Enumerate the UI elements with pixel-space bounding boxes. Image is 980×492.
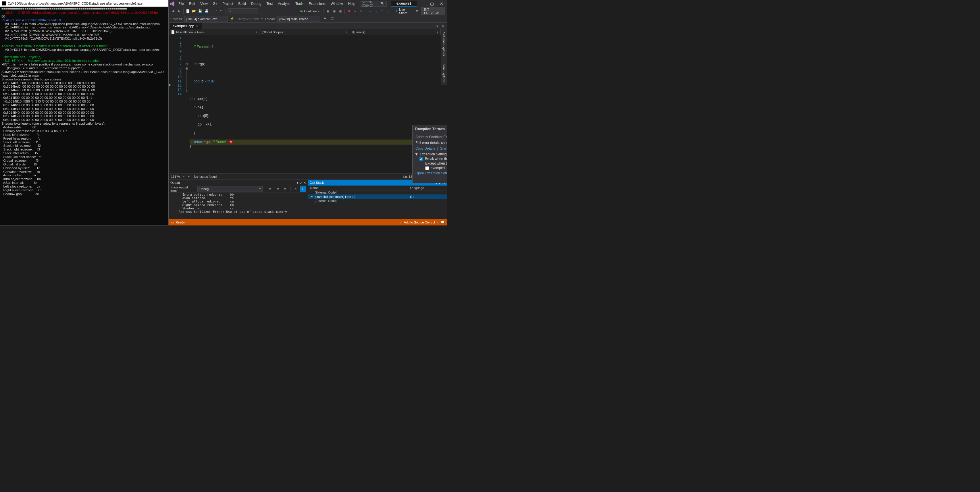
callstack-row[interactable]: [External Code] <box>308 199 447 203</box>
code-content[interactable]: ➤ // Example 1 int *gp; bool b = true; i… <box>188 35 447 173</box>
vs-logo-icon <box>170 1 174 6</box>
editor-tab-example1[interactable]: example1.cpp ✕ <box>170 23 202 29</box>
open-exception-settings-link[interactable]: Open Exception Settings <box>415 171 447 175</box>
solution-tab[interactable]: example1 <box>391 1 417 7</box>
nav-fwd-icon[interactable]: ▶ <box>177 8 182 14</box>
panel-pin-icon[interactable]: ⤢ <box>300 181 302 185</box>
maximize-button[interactable]: ▢ <box>428 1 436 7</box>
callstack-columns: Name Language <box>308 186 447 190</box>
save-all-icon[interactable]: 💾 <box>204 8 209 14</box>
notification-icon[interactable]: 💬 <box>441 221 445 224</box>
menu-window[interactable]: Window <box>328 2 345 6</box>
callstack-row-current[interactable]: ➤example1.exe!main() Line 12C++ <box>308 194 447 199</box>
menu-edit[interactable]: Edit <box>187 2 197 6</box>
expand-icon[interactable]: ▶ <box>415 153 418 156</box>
new-item-icon[interactable]: 📄 <box>185 8 191 14</box>
code-editor[interactable]: 1234567891011121314 ⊟⊟││││⌊ ➤ // Example… <box>169 35 447 173</box>
editor-navbar: 📄 Miscellaneous Files ▾ (Global Scope) ▾… <box>169 29 447 35</box>
save-icon[interactable]: 💾 <box>198 8 203 14</box>
out-tb-icon3[interactable]: ≣ <box>282 186 288 192</box>
debug-tb-icon2[interactable]: ▣ <box>332 8 337 14</box>
debug-tb-icon[interactable]: ▣ <box>325 8 330 14</box>
menu-git[interactable]: Git <box>211 2 220 6</box>
issues-text[interactable]: No issues found <box>194 175 216 178</box>
open-icon[interactable]: 📂 <box>192 8 197 14</box>
output-panel-header[interactable]: Output ▾⤢✕ <box>169 180 308 186</box>
out-tb-icon2[interactable]: ≣ <box>275 186 281 192</box>
debug-tb-icon3[interactable]: ▣ <box>338 8 343 14</box>
nav-func-combo[interactable]: ◧ main() ▾ <box>350 29 441 35</box>
restart-icon[interactable]: ↻ <box>359 8 364 14</box>
show-next-icon[interactable]: → <box>368 8 373 14</box>
console-output[interactable]: ========================================… <box>0 6 169 225</box>
stop-icon[interactable]: ■ <box>353 8 358 14</box>
start-live-share-link[interactable]: Start Live Share session... <box>440 146 447 151</box>
line-indicator[interactable]: Ln: 12 <box>403 175 412 178</box>
except-from-label: Except when thrown from: <box>425 162 447 165</box>
lifecycle-icon[interactable]: ⚡ <box>229 16 235 22</box>
panel-close-icon[interactable]: ✕ <box>303 181 306 185</box>
menu-help[interactable]: Help <box>346 2 358 6</box>
notify-icon[interactable]: ⚑ <box>415 8 420 14</box>
thread-combo[interactable]: [24788] Main Thread <box>277 16 320 22</box>
close-tab-icon[interactable]: ✕ <box>196 24 199 28</box>
resize-grip-icon[interactable]: ⋰ <box>412 180 447 183</box>
exception-detail: Full error details can be found in the o… <box>415 141 447 145</box>
nav-scope-combo[interactable]: 📄 Miscellaneous Files ▾ <box>169 29 259 35</box>
menu-analyze[interactable]: Analyze <box>276 2 293 6</box>
rail-solution-explorer[interactable]: Solution Explorer <box>441 30 447 59</box>
exception-settings-header[interactable]: Exception Settings <box>420 152 447 156</box>
out-tb-icon[interactable]: ≣ <box>267 186 273 192</box>
error-icon[interactable]: ✕ <box>229 140 233 144</box>
process-combo[interactable]: [18184] example1.exe <box>185 16 228 22</box>
fold-column[interactable]: ⊟⊟││││⌊ <box>185 35 188 173</box>
step-out-icon[interactable]: ↑ <box>386 8 391 14</box>
stack-frame-icon[interactable]: ☰ <box>329 16 335 22</box>
copy-details-link[interactable]: Copy Details <box>415 146 435 151</box>
menu-project[interactable]: Project <box>220 2 235 6</box>
status-ready: Ready <box>175 221 185 224</box>
rail-team-explorer[interactable]: Team Explorer <box>441 60 447 85</box>
continue-button[interactable]: ▶ Continue ▾ <box>298 8 321 14</box>
config-combo[interactable]: ▾ <box>228 8 258 14</box>
undo-icon[interactable]: ↶ <box>213 8 218 14</box>
console-titlebar[interactable]: C:\MSDN\cpp-docs-pr\docs\c-language\ASAN… <box>0 0 169 6</box>
tab-menu-icon[interactable]: ▾ <box>434 23 440 29</box>
redo-icon[interactable]: ↷ <box>219 8 224 14</box>
add-source-control-icon: ↑ <box>400 221 402 224</box>
editor-tabs: example1.cpp ✕ ▾ ✲ <box>169 23 447 29</box>
menu-extensions[interactable]: Extensions <box>306 2 328 6</box>
menu-test[interactable]: Test <box>264 2 275 6</box>
out-wrap-icon[interactable]: ↩ <box>300 186 306 192</box>
menu-tools[interactable]: Tools <box>293 2 306 6</box>
step-over-icon[interactable]: ↷ <box>380 8 385 14</box>
module-checkbox[interactable] <box>425 166 429 170</box>
func-icon: ◧ <box>352 30 355 34</box>
panel-menu-icon[interactable]: ▾ <box>297 181 299 185</box>
menu-file[interactable]: File <box>176 2 186 6</box>
add-source-control[interactable]: Add to Source Control <box>404 221 435 224</box>
step-into-icon[interactable]: ↓ <box>374 8 379 14</box>
break-checkbox[interactable] <box>420 157 423 161</box>
flag-icon[interactable]: ⚑ <box>322 16 328 22</box>
nav-back-icon[interactable]: ◀ <box>170 8 175 14</box>
close-button[interactable]: ✕ <box>437 1 446 7</box>
thread-label: Thread: <box>265 17 275 21</box>
status-ready-icon: ▭ <box>171 221 174 224</box>
search-icon: 🔍 <box>381 2 385 5</box>
output-body[interactable]: Intra object redzone: bb ASan internal: … <box>169 192 308 219</box>
zoom-level[interactable]: 111 % <box>171 175 180 178</box>
minimize-button[interactable]: ─ <box>418 1 426 7</box>
callstack-row[interactable]: [External Code] <box>308 190 447 194</box>
live-share-button[interactable]: ⇪ Live Share <box>394 7 414 15</box>
nav-global-combo[interactable]: (Global Scope) ▾ <box>259 29 350 35</box>
menu-build[interactable]: Build <box>236 2 248 6</box>
tab-settings-icon[interactable]: ✲ <box>440 23 446 29</box>
search-input[interactable]: Search (Ctrl+Q) 🔍 <box>360 1 387 6</box>
pause-icon[interactable]: ⏸ <box>347 8 352 14</box>
menu-debug[interactable]: Debug <box>249 2 264 6</box>
out-clear-icon[interactable]: ✕ <box>293 186 299 192</box>
output-source-combo[interactable]: Debug▾ <box>197 186 262 192</box>
menu-view[interactable]: View <box>198 2 210 6</box>
play-icon: ▶ <box>301 9 303 13</box>
